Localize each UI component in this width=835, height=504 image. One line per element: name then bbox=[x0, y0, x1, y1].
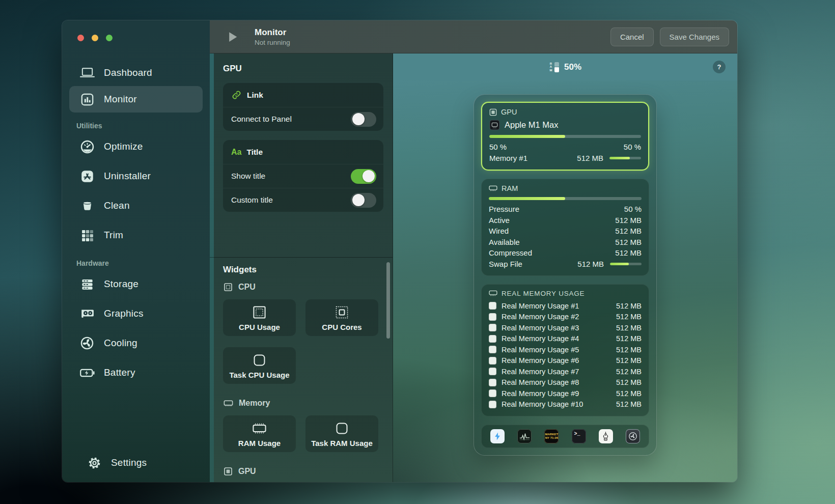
row-value: 512 MB bbox=[616, 324, 642, 332]
sidebar-item-cooling[interactable]: Cooling bbox=[69, 328, 203, 358]
sidebar-item-label: Optimize bbox=[104, 141, 143, 152]
menubar-icons-row: MARKET NY 71:36 >_ bbox=[481, 425, 649, 448]
ram-menubar-widget: RAM bbox=[549, 62, 559, 72]
connect-to-panel-row: Connect to Panel bbox=[223, 107, 383, 131]
custom-title-label: Custom title bbox=[231, 195, 273, 205]
widget-group-gpu: GPU bbox=[223, 466, 383, 477]
sidebar-item-monitor[interactable]: Monitor bbox=[69, 86, 203, 113]
memory-square-icon bbox=[489, 368, 496, 375]
sidebar-item-label: Clean bbox=[104, 200, 130, 211]
topbar-titles: Monitor Not running bbox=[255, 27, 290, 46]
claw-machine-icon[interactable] bbox=[599, 429, 613, 443]
widget-tile-cpu-usage[interactable]: CPU Usage bbox=[223, 299, 296, 336]
terminal-icon[interactable]: >_ bbox=[572, 429, 586, 443]
close-window-button[interactable] bbox=[77, 35, 84, 41]
gpu-memory-label: Memory #1 bbox=[489, 154, 577, 162]
sidebar-section-utilities: Utilities bbox=[76, 122, 210, 130]
lightning-bolt-icon[interactable] bbox=[490, 429, 505, 443]
show-title-toggle[interactable] bbox=[351, 169, 376, 184]
page-title: Monitor bbox=[255, 27, 290, 38]
scrollbar-thumb[interactable] bbox=[386, 262, 390, 339]
sidebar-item-label: Dashboard bbox=[104, 67, 152, 78]
help-icon[interactable]: ? bbox=[713, 61, 726, 73]
sidebar-item-settings[interactable]: Settings bbox=[76, 450, 196, 476]
stat-value: 512 MB bbox=[615, 238, 642, 246]
sidebar-item-label: Monitor bbox=[104, 94, 137, 105]
gpu-preview-widget[interactable]: GPU Apple M1 Max bbox=[481, 102, 649, 171]
widget-stack-panel: GPU Apple M1 Max bbox=[474, 94, 657, 456]
status-text: Not running bbox=[255, 39, 290, 46]
memory-square-icon bbox=[489, 313, 496, 321]
title-card-header: Aa Title bbox=[223, 140, 383, 164]
sidebar-item-dashboard[interactable]: Dashboard bbox=[69, 60, 203, 86]
play-button[interactable] bbox=[228, 31, 239, 43]
row-label: Real Memory Usage #9 bbox=[502, 389, 616, 398]
sidebar-item-label: Trim bbox=[104, 230, 123, 241]
link-card: Link Connect to Panel bbox=[223, 83, 383, 131]
app-store-icon bbox=[78, 170, 96, 183]
title-card-title: Title bbox=[246, 148, 263, 157]
stat-label: Compressed bbox=[489, 248, 615, 257]
connect-to-panel-toggle[interactable] bbox=[351, 112, 376, 127]
stat-label: Active bbox=[489, 216, 615, 225]
real-memory-row: Real Memory Usage #10512 MB bbox=[489, 399, 642, 410]
ram-usage-bar bbox=[489, 197, 642, 200]
real-memory-header: REAL MEMORY USAGE bbox=[489, 290, 642, 297]
save-changes-button[interactable]: Save Changes bbox=[660, 27, 729, 46]
sidebar-item-optimize[interactable]: Optimize bbox=[69, 132, 203, 161]
memory-square-icon bbox=[489, 401, 496, 408]
preview-panel: RAM 50% ? bbox=[393, 53, 737, 482]
topbar-actions: Cancel Save Changes bbox=[610, 27, 737, 46]
sidebar: Dashboard Monitor Utilities Optimize bbox=[62, 20, 210, 482]
real-memory-row: Real Memory Usage #8512 MB bbox=[489, 377, 642, 388]
swap-file-bar bbox=[610, 263, 642, 265]
ram-percentage-value: 50% bbox=[564, 62, 581, 72]
gpu-memory-value: 512 MB bbox=[577, 154, 603, 162]
widget-tile-cpu-cores[interactable]: CPU Cores bbox=[305, 299, 378, 336]
sidebar-item-uninstaller[interactable]: Uninstaller bbox=[69, 161, 203, 191]
sidebar-item-storage[interactable]: Storage bbox=[69, 269, 203, 299]
sidebar-item-battery[interactable]: Battery bbox=[69, 358, 203, 387]
widget-tile-task-ram-usage[interactable]: Task RAM Usage bbox=[305, 415, 378, 452]
sidebar-section-hardware: Hardware bbox=[76, 259, 210, 267]
widget-tile-label: RAM Usage bbox=[238, 439, 281, 447]
cancel-button[interactable]: Cancel bbox=[610, 27, 654, 46]
row-label: Real Memory Usage #10 bbox=[502, 400, 616, 408]
ram-mini-icon bbox=[489, 185, 497, 192]
memory-square-icon bbox=[489, 346, 496, 353]
show-title-label: Show title bbox=[231, 172, 265, 181]
custom-title-toggle[interactable] bbox=[351, 193, 376, 208]
real-memory-preview-widget[interactable]: REAL MEMORY USAGE Real Memory Usage #151… bbox=[481, 284, 649, 416]
sidebar-item-label: Storage bbox=[104, 278, 138, 290]
stat-label: Pressure bbox=[489, 205, 624, 213]
sidebar-item-clean[interactable]: Clean bbox=[69, 191, 203, 220]
sidebar-item-label: Uninstaller bbox=[104, 171, 151, 182]
widget-tile-task-cpu-usage[interactable]: Task CPU Usage bbox=[223, 347, 296, 384]
gpu-usage-bar-fill bbox=[489, 135, 565, 138]
zoom-window-button[interactable] bbox=[106, 35, 113, 41]
stat-value: 50 % bbox=[624, 205, 642, 213]
ticker-line2: NY 71:36 bbox=[545, 436, 558, 440]
stock-ticker-icon[interactable]: MARKET NY 71:36 bbox=[544, 429, 559, 443]
real-memory-row: Real Memory Usage #9512 MB bbox=[489, 388, 642, 399]
widgets-title: Widgets bbox=[223, 265, 383, 275]
widgets-library-section: Widgets CPU CPU bbox=[210, 257, 393, 482]
widget-settings-panel: GPU Link Connect to Panel bbox=[210, 53, 393, 482]
widget-tile-ram-usage[interactable]: RAM Usage bbox=[223, 415, 296, 452]
memory-square-icon bbox=[489, 302, 496, 310]
stat-label: Available bbox=[489, 238, 615, 246]
sidebar-item-label: Battery bbox=[104, 367, 135, 378]
fan-app-icon[interactable] bbox=[626, 429, 640, 443]
activity-graph-icon[interactable] bbox=[517, 429, 532, 443]
sidebar-item-trim[interactable]: Trim bbox=[69, 220, 203, 250]
sidebar-item-graphics[interactable]: Graphics bbox=[69, 299, 203, 328]
grid-icon bbox=[78, 229, 96, 242]
ram-preview-widget[interactable]: RAM Pressure 50 % Active bbox=[481, 179, 649, 276]
ram-chip-icon bbox=[223, 398, 234, 408]
widget-tile-label: Task CPU Usage bbox=[229, 371, 289, 379]
minimize-window-button[interactable] bbox=[92, 35, 98, 41]
connect-to-panel-label: Connect to Panel bbox=[231, 115, 292, 124]
menubar-preview-strip: RAM 50% ? bbox=[393, 53, 737, 80]
row-label: Real Memory Usage #8 bbox=[502, 378, 616, 386]
window-controls bbox=[62, 20, 210, 41]
